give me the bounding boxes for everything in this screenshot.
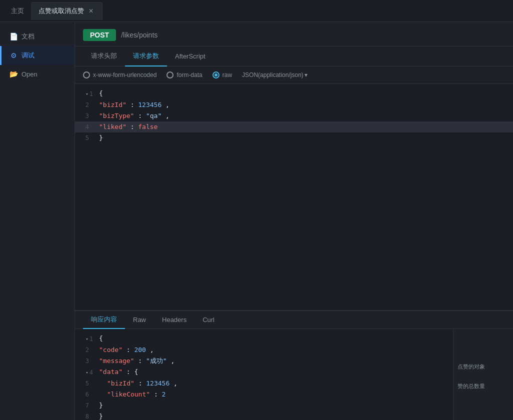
json-format-select[interactable]: JSON(application/json) ▾ xyxy=(242,72,308,78)
request-tab-nav: 请求头部 请求参数 AfterScript xyxy=(75,46,513,66)
tab-response-headers[interactable]: Headers xyxy=(154,312,194,328)
comment-2: 赞的总数量 xyxy=(458,382,509,390)
tab-request-headers[interactable]: 请求头部 xyxy=(83,46,125,66)
tab-request-params[interactable]: 请求参数 xyxy=(125,46,167,66)
code-line-2: 2 "bizId" : 123456 , xyxy=(75,100,513,110)
line-num-1: ▾ 1 xyxy=(75,89,95,99)
code-line-1: ▾ 1 { xyxy=(75,88,513,100)
request-code-editor[interactable]: ▾ 1 { 2 "bizId" : 123456 , 3 xyxy=(75,84,513,310)
resp-line-7: 7 } xyxy=(75,400,448,411)
resp-fold-1[interactable]: ▾ xyxy=(86,334,88,344)
tab-afterscript[interactable]: AfterScript xyxy=(167,48,214,66)
resp-line-8: 8 } xyxy=(75,411,448,420)
code-line-4: 4 "liked" : false xyxy=(75,122,513,132)
endpoint-header: POST /likes/points xyxy=(75,22,513,46)
radio-formdata[interactable]: form-data xyxy=(166,72,202,78)
radio-urlencoded-label: x-www-form-urlencoded xyxy=(93,72,156,78)
sidebar: 📄 文档 ⚙ 调试 📂 Open xyxy=(0,22,75,420)
tab-response-content[interactable]: 响应内容 xyxy=(83,311,125,329)
debug-icon: ⚙ xyxy=(10,52,18,60)
response-comments: 点赞的对象 赞的总数量 xyxy=(453,329,513,420)
open-brace-1: { xyxy=(99,90,103,97)
radio-formdata-circle xyxy=(166,72,174,78)
tab-response-raw[interactable]: Raw xyxy=(125,312,154,328)
tab-likes-label: 点赞或取消点赞 xyxy=(38,6,84,16)
main-layout: 📄 文档 ⚙ 调试 📂 Open POST /likes/points 请求头部… xyxy=(0,22,513,420)
radio-urlencoded[interactable]: x-www-form-urlencoded xyxy=(83,72,156,78)
sidebar-item-docs[interactable]: 📄 文档 xyxy=(0,27,74,46)
radio-raw-label: raw xyxy=(222,72,232,78)
sidebar-item-open[interactable]: 📂 Open xyxy=(0,65,74,83)
tab-likes[interactable]: 点赞或取消点赞 ✕ xyxy=(31,2,102,20)
content-area: POST /likes/points 请求头部 请求参数 AfterScript… xyxy=(75,22,513,420)
resp-fold-4[interactable]: ▾ xyxy=(86,368,88,378)
radio-group: x-www-form-urlencoded form-data raw JSON… xyxy=(75,66,513,84)
response-tabs: 响应内容 Raw Headers Curl xyxy=(75,311,513,329)
resp-line-1: ▾ 1 { xyxy=(75,333,448,344)
resp-line-3: 3 "message" : "成功" , xyxy=(75,356,448,366)
response-section: 响应内容 Raw Headers Curl ▾ 1 { xyxy=(75,310,513,420)
endpoint-path: /likes/points xyxy=(121,31,158,39)
chevron-down-icon: ▾ xyxy=(304,72,308,78)
resp-line-5: 5 "bizId" : 123456 , xyxy=(75,378,448,389)
radio-raw[interactable]: raw xyxy=(212,72,232,78)
sidebar-item-debug-label: 调试 xyxy=(22,51,34,60)
tab-bar: 主页 点赞或取消点赞 ✕ xyxy=(0,0,513,22)
tab-home[interactable]: 主页 xyxy=(4,2,31,20)
radio-raw-circle xyxy=(212,72,220,78)
fold-arrow-1[interactable]: ▾ xyxy=(86,89,88,99)
method-badge: POST xyxy=(83,29,116,41)
line-num-4: 4 xyxy=(75,122,95,132)
resp-line-2: 2 "code" : 200 , xyxy=(75,344,448,356)
open-icon: 📂 xyxy=(10,70,18,78)
sidebar-item-open-label: Open xyxy=(22,70,38,78)
radio-formdata-label: form-data xyxy=(176,72,202,78)
sidebar-item-docs-label: 文档 xyxy=(22,32,34,41)
tab-response-curl[interactable]: Curl xyxy=(194,312,222,328)
comment-1: 点赞的对象 xyxy=(458,363,509,370)
radio-urlencoded-circle xyxy=(83,72,90,78)
sidebar-item-debug[interactable]: ⚙ 调试 xyxy=(0,46,74,65)
tab-close-icon[interactable]: ✕ xyxy=(87,7,95,15)
tab-home-label: 主页 xyxy=(11,6,24,16)
line-num-3: 3 xyxy=(75,111,95,121)
line-num-2: 2 xyxy=(75,100,95,110)
resp-line-4: ▾ 4 "data" : { xyxy=(75,366,448,378)
line-num-5: 5 xyxy=(75,133,95,143)
response-code-area: ▾ 1 { 2 "code" : 200 xyxy=(75,329,513,420)
json-format-label: JSON(application/json) xyxy=(242,72,304,78)
code-line-3: 3 "bizType" : "qa" , xyxy=(75,110,513,122)
docs-icon: 📄 xyxy=(10,32,18,40)
resp-line-6: 6 "likeCount" : 2 xyxy=(75,389,448,400)
code-line-5: 5 } xyxy=(75,132,513,144)
